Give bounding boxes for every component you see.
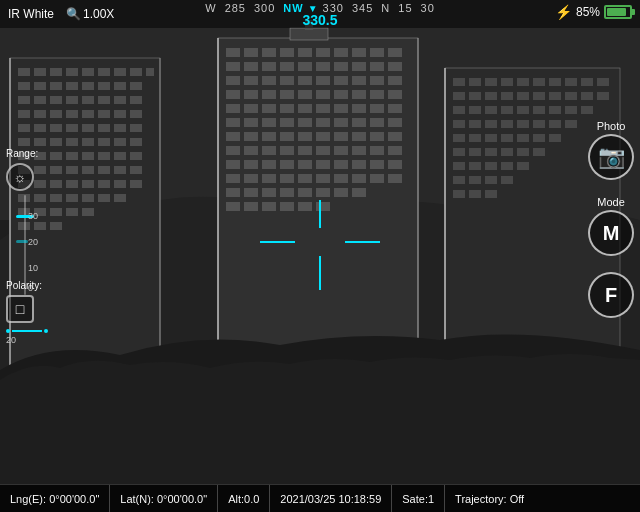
svg-rect-261 bbox=[517, 148, 529, 156]
svg-rect-33 bbox=[98, 110, 110, 118]
svg-rect-166 bbox=[262, 146, 276, 155]
svg-rect-10 bbox=[130, 68, 142, 76]
svg-rect-135 bbox=[244, 104, 258, 113]
svg-rect-47 bbox=[66, 138, 78, 146]
svg-rect-269 bbox=[469, 176, 481, 184]
svg-rect-40 bbox=[82, 124, 94, 132]
svg-rect-36 bbox=[18, 124, 30, 132]
svg-rect-164 bbox=[226, 146, 240, 155]
svg-rect-71 bbox=[66, 180, 78, 188]
svg-rect-168 bbox=[298, 146, 312, 155]
svg-rect-226 bbox=[501, 92, 513, 100]
svg-rect-165 bbox=[244, 146, 258, 155]
svg-rect-264 bbox=[469, 162, 481, 170]
svg-rect-124 bbox=[226, 90, 240, 99]
svg-rect-26 bbox=[114, 96, 126, 104]
compass-285: 285 bbox=[221, 2, 250, 14]
svg-rect-215 bbox=[485, 78, 497, 86]
svg-rect-117 bbox=[280, 76, 294, 85]
thermal-scene bbox=[0, 0, 640, 484]
svg-rect-116 bbox=[262, 76, 276, 85]
svg-rect-230 bbox=[565, 92, 577, 100]
svg-rect-256 bbox=[549, 134, 561, 142]
svg-rect-64 bbox=[82, 166, 94, 174]
svg-rect-81 bbox=[98, 194, 110, 202]
svg-rect-115 bbox=[244, 76, 258, 85]
svg-rect-72 bbox=[82, 180, 94, 188]
svg-rect-139 bbox=[316, 104, 330, 113]
svg-rect-175 bbox=[244, 160, 258, 169]
svg-rect-31 bbox=[66, 110, 78, 118]
f-icon: F bbox=[605, 284, 617, 307]
svg-rect-178 bbox=[298, 160, 312, 169]
svg-rect-200 bbox=[334, 188, 348, 197]
svg-rect-95 bbox=[244, 48, 258, 57]
f-section: F bbox=[588, 272, 634, 318]
svg-rect-141 bbox=[352, 104, 366, 113]
bottom-status-bar: Lng(E): 0°00'00.0" Lat(N): 0°00'00.0" Al… bbox=[0, 484, 640, 512]
svg-rect-41 bbox=[98, 124, 110, 132]
svg-rect-177 bbox=[280, 160, 294, 169]
svg-rect-19 bbox=[130, 82, 142, 90]
svg-rect-98 bbox=[298, 48, 312, 57]
svg-rect-106 bbox=[262, 62, 276, 71]
svg-rect-204 bbox=[262, 202, 276, 211]
svg-rect-97 bbox=[280, 48, 294, 57]
svg-rect-121 bbox=[352, 76, 366, 85]
svg-rect-245 bbox=[501, 120, 513, 128]
svg-rect-51 bbox=[130, 138, 142, 146]
svg-rect-59 bbox=[130, 152, 142, 160]
latitude-display: Lat(N): 0°00'00.0" bbox=[110, 485, 218, 512]
svg-rect-142 bbox=[370, 104, 384, 113]
satellite-display: Sate:1 bbox=[392, 485, 445, 512]
svg-rect-130 bbox=[334, 90, 348, 99]
svg-rect-189 bbox=[316, 174, 330, 183]
svg-rect-57 bbox=[98, 152, 110, 160]
zoom-icon: 🔍 bbox=[66, 7, 81, 21]
f-button[interactable]: F bbox=[588, 272, 634, 318]
svg-rect-201 bbox=[352, 188, 366, 197]
svg-rect-162 bbox=[370, 132, 384, 141]
svg-rect-54 bbox=[50, 152, 62, 160]
svg-rect-58 bbox=[114, 152, 126, 160]
svg-rect-56 bbox=[82, 152, 94, 160]
svg-rect-243 bbox=[469, 120, 481, 128]
svg-rect-171 bbox=[352, 146, 366, 155]
svg-rect-145 bbox=[244, 118, 258, 127]
svg-rect-224 bbox=[469, 92, 481, 100]
polarity-box[interactable]: □ bbox=[6, 295, 34, 323]
svg-rect-131 bbox=[352, 90, 366, 99]
range-dial[interactable]: ☼ bbox=[6, 163, 34, 191]
svg-rect-55 bbox=[66, 152, 78, 160]
svg-rect-20 bbox=[18, 96, 30, 104]
svg-rect-123 bbox=[388, 76, 402, 85]
svg-rect-221 bbox=[581, 78, 593, 86]
mode-button[interactable]: M bbox=[588, 210, 634, 256]
mode-label: Mode bbox=[597, 196, 625, 208]
svg-rect-13 bbox=[34, 82, 46, 90]
svg-rect-136 bbox=[262, 104, 276, 113]
battery-icon bbox=[604, 5, 632, 19]
svg-rect-133 bbox=[388, 90, 402, 99]
svg-rect-271 bbox=[501, 176, 513, 184]
compass-300: 300 bbox=[250, 2, 279, 14]
svg-rect-50 bbox=[114, 138, 126, 146]
svg-rect-149 bbox=[316, 118, 330, 127]
svg-rect-146 bbox=[262, 118, 276, 127]
svg-rect-129 bbox=[316, 90, 330, 99]
photo-button[interactable]: 📷 bbox=[588, 134, 634, 180]
svg-rect-198 bbox=[298, 188, 312, 197]
svg-rect-111 bbox=[352, 62, 366, 71]
datetime-display: 2021/03/25 10:18:59 bbox=[270, 485, 392, 512]
svg-rect-183 bbox=[388, 160, 402, 169]
svg-rect-28 bbox=[18, 110, 30, 118]
svg-rect-7 bbox=[82, 68, 94, 76]
svg-rect-176 bbox=[262, 160, 276, 169]
svg-rect-219 bbox=[549, 78, 561, 86]
svg-rect-140 bbox=[334, 104, 348, 113]
svg-rect-100 bbox=[334, 48, 348, 57]
svg-rect-79 bbox=[66, 194, 78, 202]
svg-rect-128 bbox=[298, 90, 312, 99]
svg-rect-127 bbox=[280, 90, 294, 99]
svg-rect-159 bbox=[316, 132, 330, 141]
